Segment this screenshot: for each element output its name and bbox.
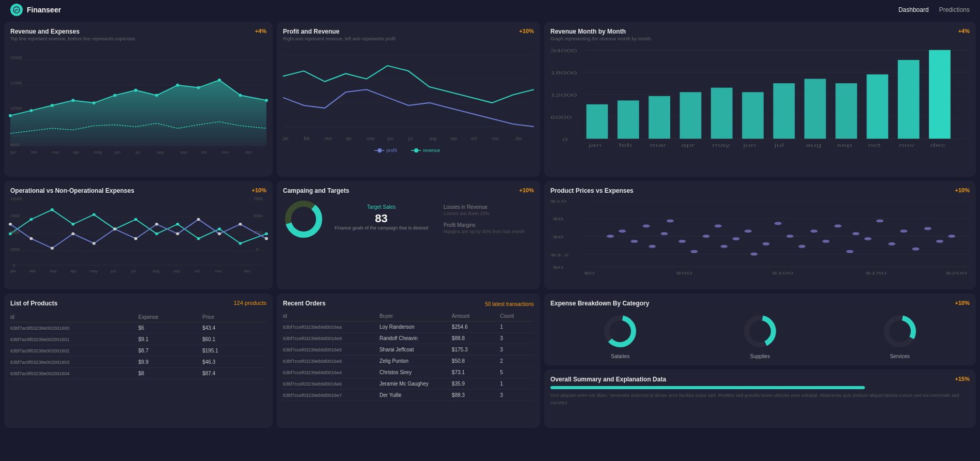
svg-text:jul: jul — [408, 136, 413, 141]
product-id: 63bf7ac9f03239e002001603 — [10, 360, 138, 365]
margins-sub: Margins are up by 30% from last month — [444, 229, 525, 234]
orders-table-body[interactable]: 63bf7ccef03239eb9d0016ea Loy Randerson $… — [283, 321, 534, 404]
svg-point-169 — [786, 235, 794, 238]
order-amount: $73.1 — [452, 370, 500, 375]
svg-text:5000: 5000 — [254, 213, 263, 218]
svg-text:revenue: revenue — [423, 148, 440, 153]
svg-text:sep: sep — [836, 143, 852, 148]
svg-text:mar: mar — [50, 269, 57, 273]
svg-point-112 — [51, 247, 54, 250]
table-row: 63bf7ac9f03239e002001603 $9.9 $46.3 — [10, 357, 266, 368]
svg-text:apr: apr — [681, 143, 695, 148]
summary-bar — [550, 386, 865, 389]
product-id: 63bf7ac9f03239e002001602 — [10, 348, 138, 354]
nav-dashboard[interactable]: Dashboard — [898, 6, 929, 13]
svg-point-181 — [924, 227, 931, 230]
svg-text:mar: mar — [650, 143, 667, 148]
salaries-item: Salaries — [602, 313, 638, 359]
svg-text:$100: $100 — [772, 271, 793, 275]
table-row: 63bf7ccef03239eb9d0016e4 Christos Sirey … — [283, 367, 534, 378]
logo: Finanseer — [10, 4, 61, 16]
svg-point-170 — [798, 245, 805, 248]
campaign-donut — [283, 198, 324, 240]
svg-text:feb: feb — [619, 143, 632, 148]
svg-rect-69 — [773, 83, 795, 139]
order-amount: $254.6 — [452, 324, 500, 330]
order-amount: $88.8 — [452, 335, 500, 341]
svg-point-172 — [823, 240, 830, 243]
svg-point-154 — [630, 240, 638, 243]
campaign-stats: Target Sales 83 Finance goals of the cam… — [335, 204, 525, 234]
svg-point-104 — [155, 233, 158, 236]
svg-text:0: 0 — [256, 247, 259, 252]
svg-point-16 — [239, 94, 242, 97]
svg-text:aug: aug — [156, 150, 163, 155]
products-title: List of Products — [10, 300, 57, 307]
svg-rect-73 — [898, 60, 920, 139]
svg-point-174 — [846, 250, 853, 253]
svg-rect-63 — [587, 104, 608, 139]
summary-badge: +15% — [955, 376, 970, 382]
svg-text:jan: jan — [10, 269, 16, 273]
svg-text:oct: oct — [868, 143, 881, 148]
order-id: 63bf7ccef03239eb9d0016e9 — [283, 336, 380, 341]
svg-text:$200: $200 — [946, 271, 967, 275]
revenue-expenses-badge: +4% — [255, 28, 266, 34]
svg-text:apr: apr — [70, 269, 76, 273]
svg-text:aug: aug — [805, 143, 821, 148]
order-count: 1 — [500, 324, 534, 330]
svg-point-109 — [265, 233, 268, 236]
orders-col-id: id — [283, 313, 380, 319]
svg-rect-65 — [649, 96, 670, 139]
campaign-inner: Target Sales 83 Finance goals of the cam… — [283, 198, 534, 240]
losses-block: Losses in Revenue Losses are down 25% — [444, 204, 525, 216]
svg-text:may: may — [94, 150, 102, 155]
svg-text:jan: jan — [588, 143, 602, 148]
orders-col-count: Count — [500, 313, 534, 319]
svg-point-50 — [377, 148, 382, 152]
svg-text:$0: $0 — [584, 271, 595, 275]
product-price: $43.4 — [202, 325, 266, 331]
svg-text:nov: nov — [215, 269, 222, 273]
svg-point-163 — [720, 245, 728, 248]
svg-text:7500: 7500 — [254, 197, 263, 202]
svg-point-166 — [750, 253, 757, 256]
svg-text:$3.2: $3.2 — [550, 252, 569, 257]
target-sales-block: Target Sales 83 Finance goals of the cam… — [335, 204, 428, 234]
margins-block: Profit Margins Margins are up by 30% fro… — [444, 222, 525, 234]
svg-text:sep: sep — [180, 150, 187, 155]
svg-text:jun: jun — [742, 143, 756, 148]
svg-point-179 — [900, 229, 907, 233]
svg-point-106 — [197, 237, 200, 240]
products-badge: 124 products — [233, 300, 266, 306]
svg-rect-74 — [929, 50, 951, 139]
svg-point-113 — [71, 233, 74, 236]
svg-text:nov: nov — [222, 150, 229, 155]
svg-rect-64 — [618, 100, 639, 139]
svg-point-164 — [733, 237, 740, 240]
order-buyer: Ned Muddimer — [380, 404, 452, 404]
summary-title: Overall Summary and Explanation Data — [550, 376, 970, 383]
svg-text:12000: 12000 — [550, 93, 577, 97]
svg-text:jun: jun — [110, 269, 116, 273]
target-sales-value: 83 — [335, 212, 428, 225]
svg-text:jul: jul — [135, 150, 140, 155]
order-amount: $35.9 — [452, 381, 500, 387]
svg-point-101 — [92, 213, 96, 216]
svg-text:oct: oct — [194, 269, 200, 273]
svg-point-110 — [9, 223, 12, 226]
table-row: 63bf7ccef03239eb9d0016e8 Zelig Punton $5… — [283, 356, 534, 367]
col-id: id — [10, 314, 138, 320]
products-table-body[interactable]: 63bf7ac9f03239e002001600 $6 $43.4 63bf7a… — [10, 322, 266, 379]
product-expense: $8.7 — [138, 348, 202, 354]
nav-predictions[interactable]: Predictions — [939, 6, 970, 13]
svg-point-115 — [113, 227, 116, 230]
campaign-card: Campaing and Targets +10% Target Sales 8… — [277, 181, 540, 289]
summary-text: Orci aliquam enim set diam. Venenatis eu… — [550, 392, 970, 406]
order-buyer: Loy Randerson — [380, 324, 452, 330]
svg-point-9 — [92, 101, 96, 104]
campaign-right-stats: Losses in Revenue Losses are down 25% Pr… — [444, 204, 525, 234]
order-count: 2 — [500, 358, 534, 364]
order-count: 1 — [500, 381, 534, 387]
orders-table-header: id Buyer Amount Count — [283, 311, 534, 321]
